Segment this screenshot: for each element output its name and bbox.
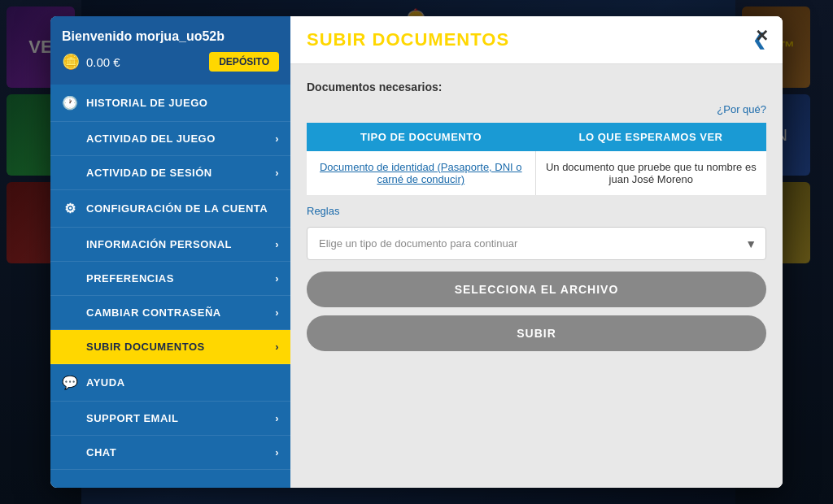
content-title: SUBIR DOCUMENTOS: [307, 29, 509, 50]
sidebar-arrow-actividad-sesion: ›: [275, 167, 279, 179]
sidebar-item-preferencias[interactable]: PREFERENCIAS›: [50, 262, 290, 296]
sidebar-label-historial: HISTORIAL DE JUEGO: [86, 97, 207, 109]
deposit-button[interactable]: DEPÓSITO: [209, 52, 279, 72]
balance-icon: 🪙: [62, 53, 80, 71]
why-link-container: ¿Por qué?: [307, 102, 766, 116]
welcome-text: Bienvenido morjua_uo52b: [62, 29, 279, 44]
sidebar-arrow-preferencias: ›: [275, 272, 279, 285]
modal-container: ✕ Bienvenido morjua_uo52b 🪙 0.00 € DEPÓS…: [50, 16, 783, 488]
balance-row: 🪙 0.00 € DEPÓSITO: [62, 52, 279, 72]
content-header: SUBIR DOCUMENTOS ❮: [290, 16, 783, 64]
sidebar-item-configuracion[interactable]: ⚙CONFIGURACIÓN DE LA CUENTA: [50, 190, 290, 228]
docs-table: TIPO DE DOCUMENTO LO QUE ESPERAMOS VER D…: [307, 123, 766, 195]
sidebar-label-actividad-sesion: ACTIVIDAD DE SESIÓN: [86, 167, 212, 179]
sidebar-arrow-chat: ›: [275, 446, 279, 458]
modal-close-button[interactable]: ✕: [750, 24, 773, 47]
sidebar-arrow-informacion-personal: ›: [275, 238, 279, 250]
select-file-button[interactable]: SELECCIONA EL ARCHIVO: [307, 272, 766, 307]
sidebar-arrow-cambiar-contrasena: ›: [275, 306, 279, 319]
rules-link[interactable]: Reglas: [307, 205, 766, 217]
content-panel: SUBIR DOCUMENTOS ❮ Documentos necesarios…: [290, 16, 783, 488]
sidebar-item-support-email[interactable]: SUPPORT EMAIL›: [50, 402, 290, 436]
sidebar: Bienvenido morjua_uo52b 🪙 0.00 € DEPÓSIT…: [50, 16, 290, 488]
sidebar-icon-ayuda: 💬: [62, 375, 78, 390]
sidebar-arrow-subir-documentos: ›: [275, 341, 279, 353]
sidebar-label-actividad-juego: ACTIVIDAD DEL JUEGO: [86, 133, 216, 145]
sidebar-arrow-actividad-juego: ›: [275, 133, 279, 145]
table-row: Documento de identidad (Pasaporte, DNI o…: [307, 151, 766, 195]
sidebar-label-preferencias: PREFERENCIAS: [86, 272, 174, 285]
table-cell-expected: Un documento que pruebe que tu nombre es…: [535, 151, 766, 195]
balance-amount: 0.00 €: [86, 55, 120, 69]
sidebar-item-historial[interactable]: 🕐HISTORIAL DE JUEGO: [50, 85, 290, 122]
sidebar-item-actividad-sesion[interactable]: ACTIVIDAD DE SESIÓN›: [50, 156, 290, 190]
sidebar-item-actividad-juego[interactable]: ACTIVIDAD DEL JUEGO›: [50, 122, 290, 156]
sidebar-item-subir-documentos[interactable]: SUBIR DOCUMENTOS›: [50, 330, 290, 364]
doc-type-select[interactable]: Elige un tipo de documento para continua…: [307, 227, 766, 260]
sidebar-label-configuracion: CONFIGURACIÓN DE LA CUENTA: [86, 202, 268, 215]
sidebar-label-informacion-personal: INFORMACIÓN PERSONAL: [86, 238, 232, 250]
sidebar-menu: 🕐HISTORIAL DE JUEGOACTIVIDAD DEL JUEGO›A…: [50, 85, 290, 488]
sidebar-item-chat[interactable]: CHAT›: [50, 436, 290, 470]
sidebar-label-cambiar-contrasena: CAMBIAR CONTRASEÑA: [86, 306, 221, 319]
sidebar-item-informacion-personal[interactable]: INFORMACIÓN PERSONAL›: [50, 228, 290, 262]
doc-select-wrapper: Elige un tipo de documento para continua…: [307, 227, 766, 260]
modal-overlay: ✕ Bienvenido morjua_uo52b 🪙 0.00 € DEPÓS…: [0, 0, 833, 504]
sidebar-item-ayuda[interactable]: 💬AYUDA: [50, 364, 290, 402]
sidebar-icon-historial: 🕐: [62, 95, 78, 111]
table-header-expected: LO QUE ESPERAMOS VER: [535, 123, 766, 151]
docs-needed-label: Documentos necesarios:: [307, 80, 766, 93]
why-link[interactable]: ¿Por qué?: [717, 103, 766, 115]
upload-button[interactable]: SUBIR: [307, 315, 766, 351]
table-cell-doc-type: Documento de identidad (Pasaporte, DNI o…: [307, 151, 535, 195]
sidebar-label-chat: CHAT: [86, 446, 116, 458]
sidebar-icon-configuracion: ⚙: [62, 201, 78, 216]
sidebar-item-cambiar-contrasena[interactable]: CAMBIAR CONTRASEÑA›: [50, 296, 290, 330]
table-header-type: TIPO DE DOCUMENTO: [307, 123, 535, 151]
sidebar-arrow-support-email: ›: [275, 412, 279, 424]
content-body: Documentos necesarios: ¿Por qué? TIPO DE…: [290, 64, 783, 488]
doc-type-link[interactable]: Documento de identidad (Pasaporte, DNI o…: [320, 161, 522, 185]
sidebar-label-support-email: SUPPORT EMAIL: [86, 412, 178, 424]
sidebar-label-subir-documentos: SUBIR DOCUMENTOS: [86, 341, 205, 353]
sidebar-label-ayuda: AYUDA: [86, 376, 125, 389]
sidebar-header: Bienvenido morjua_uo52b 🪙 0.00 € DEPÓSIT…: [50, 16, 290, 85]
